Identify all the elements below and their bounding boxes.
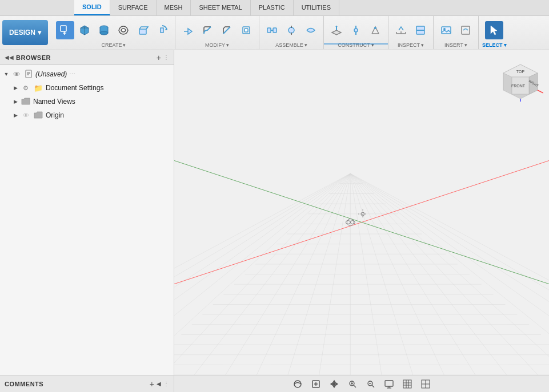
svg-line-43: [538, 90, 543, 93]
svg-rect-62: [403, 380, 411, 388]
grid-settings-tool[interactable]: [400, 377, 414, 391]
svg-rect-12: [267, 28, 271, 33]
origin-expand-icon[interactable]: ▶: [11, 111, 19, 119]
assemble-rigid-icon[interactable]: [282, 21, 300, 39]
design-button[interactable]: DESIGN ▾: [2, 20, 48, 45]
modify-fillet-icon[interactable]: [198, 21, 217, 39]
comments-title: COMMENTS: [5, 381, 43, 387]
named-views-folder-icon: [21, 96, 31, 107]
inspect-measure-icon[interactable]: [392, 21, 410, 39]
viewport[interactable]: TOP FRONT RIGHT: [174, 50, 549, 375]
modify-label[interactable]: MODIFY ▾: [205, 42, 229, 49]
svg-rect-28: [442, 27, 451, 34]
select-label[interactable]: SELECT ▾: [482, 42, 507, 49]
inspect-label[interactable]: INSPECT ▾: [398, 42, 424, 49]
fit-to-screen-tool[interactable]: [309, 377, 323, 391]
bottom-bar: COMMENTS + ◀ ⋮: [0, 375, 549, 392]
tab-mesh[interactable]: MESH: [157, 0, 191, 15]
svg-rect-30: [462, 26, 470, 34]
create-cylinder-icon[interactable]: [95, 21, 113, 39]
inspect-section-icon[interactable]: [411, 21, 430, 39]
browser-splitter-icon: ⋮: [163, 54, 169, 60]
svg-rect-59: [385, 381, 393, 386]
browser-add-button[interactable]: +: [157, 53, 161, 62]
create-extrude-icon[interactable]: [134, 21, 152, 39]
comments-add-button[interactable]: +: [150, 379, 154, 389]
design-chevron: ▾: [38, 29, 41, 37]
construct-plane-icon[interactable]: [327, 21, 346, 39]
svg-rect-13: [273, 28, 276, 33]
assemble-label[interactable]: ASSEMBLE ▾: [275, 42, 307, 49]
browser-title: BROWSER: [16, 54, 51, 61]
create-label[interactable]: CREATE ▾: [102, 42, 126, 49]
doc-settings-label: Document Settings: [46, 84, 103, 92]
doc-settings-folder-icon: 📁: [33, 83, 43, 93]
svg-line-53: [354, 385, 356, 387]
tab-sheet_metal[interactable]: SHEET METAL: [191, 0, 250, 15]
create-new-icon[interactable]: [56, 21, 74, 39]
insert-image-icon[interactable]: [437, 21, 455, 39]
origin-eye-icon[interactable]: 👁: [21, 110, 31, 120]
svg-point-51: [333, 383, 335, 385]
view-layout-tool[interactable]: [419, 377, 432, 391]
root-doc-icon: [24, 69, 34, 79]
comments-splitter-icon: ⋮: [163, 381, 169, 387]
construct-label[interactable]: CONSTRUCT ▾: [338, 42, 374, 49]
root-eye-icon[interactable]: 👁: [11, 69, 22, 79]
insert-svg-icon[interactable]: [456, 21, 475, 39]
toolbar-group-modify: MODIFY ▾: [175, 16, 259, 49]
assemble-motion-icon[interactable]: [302, 21, 320, 39]
tab-plastic[interactable]: PLASTIC: [251, 0, 294, 15]
toolbar-group-assemble: ASSEMBLE ▾: [259, 16, 324, 49]
tab-surface[interactable]: SURFACE: [110, 0, 157, 15]
tree-item-root[interactable]: ▼ 👁 (Unsaved) ⋯: [0, 67, 174, 81]
create-revolve-icon[interactable]: [153, 21, 171, 39]
create-box-icon[interactable]: [75, 21, 94, 39]
select-cursor-icon[interactable]: [485, 21, 503, 39]
named-views-expand-icon[interactable]: ▶: [11, 98, 19, 106]
svg-text:FRONT: FRONT: [511, 84, 526, 88]
design-label: DESIGN: [9, 29, 35, 37]
toolbar-group-inspect: INSPECT ▾: [388, 16, 434, 49]
tab-solid[interactable]: SOLID: [74, 0, 110, 15]
doc-settings-gear-icon: ⚙: [21, 83, 31, 93]
svg-rect-9: [161, 28, 163, 33]
tree-item-doc-settings[interactable]: ▶ ⚙ 📁 Document Settings: [0, 81, 174, 95]
root-expand-icon[interactable]: ▼: [2, 70, 10, 78]
browser-collapse-button[interactable]: ◀◀: [5, 54, 14, 60]
modify-chamfer-icon[interactable]: [218, 21, 236, 39]
named-views-label: Named Views: [33, 98, 75, 106]
comments-collapse-button[interactable]: ◀: [157, 381, 161, 387]
display-settings-tool[interactable]: [382, 377, 396, 391]
comments-panel: COMMENTS + ◀ ⋮: [0, 375, 174, 392]
construct-point-icon[interactable]: [366, 21, 384, 39]
origin-label: Origin: [46, 111, 64, 119]
zoom-tool[interactable]: [364, 377, 378, 391]
modify-push-pull-icon[interactable]: [179, 21, 197, 39]
tree-item-origin[interactable]: ▶ 👁 Origin: [0, 108, 174, 122]
root-label: (Unsaved): [35, 70, 67, 78]
toolbar-group-create: CREATE ▾: [53, 16, 175, 49]
insert-label[interactable]: INSERT ▾: [444, 42, 467, 49]
tab-utilities[interactable]: UTILITIES: [294, 0, 339, 15]
svg-rect-0: [61, 26, 66, 31]
svg-rect-7: [139, 29, 146, 34]
doc-settings-expand-icon[interactable]: ▶: [11, 84, 19, 92]
browser-header: ◀◀ BROWSER + ⋮: [0, 50, 174, 65]
tree-item-named-views[interactable]: ▶ Named Views: [0, 95, 174, 108]
toolbar-group-insert: INSERT ▾: [434, 16, 479, 49]
origin-marker: [357, 208, 366, 217]
construct-axis-icon[interactable]: [347, 21, 365, 39]
zoom-window-tool[interactable]: [346, 377, 359, 391]
root-options-icon[interactable]: ⋯: [69, 71, 75, 78]
pan-tool[interactable]: [327, 377, 341, 391]
view-cube[interactable]: TOP FRONT RIGHT: [498, 56, 543, 102]
toolbar-group-select: SELECT ▾: [479, 16, 510, 49]
assemble-joint-icon[interactable]: [263, 21, 281, 39]
svg-point-15: [288, 27, 294, 33]
modify-shell-icon[interactable]: [237, 21, 255, 39]
svg-rect-11: [245, 29, 248, 32]
create-torus-icon[interactable]: [114, 21, 133, 39]
toolbar-group-construct: CONSTRUCT ▾: [324, 16, 388, 49]
orbit-tool[interactable]: [291, 377, 304, 391]
